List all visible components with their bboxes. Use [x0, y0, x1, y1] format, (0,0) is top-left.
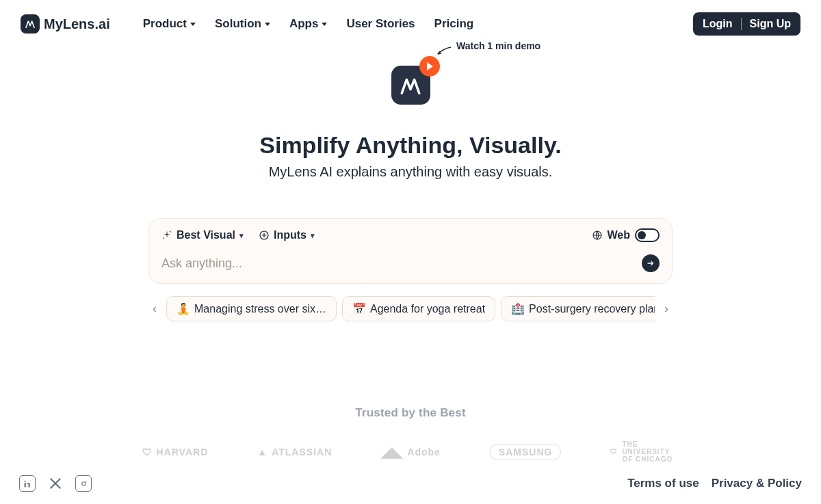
privacy-link[interactable]: Privacy & Policy — [712, 477, 802, 490]
nav-solution[interactable]: Solution — [215, 17, 270, 31]
svg-point-0 — [170, 231, 171, 233]
nav-product[interactable]: Product — [143, 17, 196, 31]
nav-solution-label: Solution — [215, 17, 261, 31]
suggestion-chip[interactable]: 📅 Agenda for yoga retreat — [342, 296, 495, 321]
chip-label: Agenda for yoga retreat — [370, 303, 485, 315]
svg-point-7 — [86, 481, 86, 481]
brand-logo-harvard: 🛡HARVARD — [142, 447, 209, 457]
nav-apps-label: Apps — [289, 17, 319, 31]
nav-product-label: Product — [143, 17, 187, 31]
auth-divider — [741, 18, 742, 30]
brand-logo-samsung: SAMSUNG — [490, 444, 562, 460]
instagram-icon[interactable] — [75, 475, 92, 492]
signup-button[interactable]: Sign Up — [750, 18, 791, 30]
footer: Terms of use Privacy & Policy — [0, 475, 821, 492]
header: MyLens.ai Product Solution Apps User Sto… — [0, 0, 821, 48]
brand-logo-chicago: 🛡THE UNIVERSITY OF CHICAGO — [610, 440, 679, 463]
chips-prev-button[interactable]: ‹ — [148, 299, 161, 319]
submit-button[interactable] — [642, 254, 660, 272]
brand-logo-adobe: ◢◣Adobe — [381, 444, 441, 460]
brand-logos: 🛡HARVARD ▲ATLASSIAN ◢◣Adobe SAMSUNG 🛡THE… — [0, 440, 821, 463]
auth-buttons: Login Sign Up — [693, 12, 800, 36]
chevron-down-icon: ▾ — [311, 231, 315, 240]
nav-pricing[interactable]: Pricing — [434, 17, 474, 31]
globe-icon — [592, 230, 603, 241]
nav-apps[interactable]: Apps — [289, 17, 328, 31]
best-visual-label: Best Visual — [177, 229, 235, 241]
page-subhead: MyLens AI explains anything with easy vi… — [269, 164, 553, 180]
chip-emoji: 🏥 — [511, 302, 525, 315]
watch-demo-label: Watch 1 min demo — [456, 40, 540, 51]
svg-point-1 — [163, 237, 164, 239]
web-label: Web — [608, 229, 630, 241]
suggestion-row: ‹ 🧘 Managing stress over six… 📅 Agenda f… — [148, 296, 673, 321]
web-toggle-group: Web — [592, 228, 660, 242]
x-twitter-icon[interactable] — [48, 476, 63, 491]
web-toggle[interactable] — [635, 228, 660, 242]
svg-rect-4 — [24, 482, 25, 487]
search-row — [161, 254, 660, 272]
main-nav: Product Solution Apps User Stories Prici… — [143, 17, 474, 31]
search-controls: Best Visual ▾ Inputs ▾ Web — [161, 228, 660, 242]
chevron-down-icon — [265, 23, 270, 26]
linkedin-icon[interactable] — [19, 475, 36, 492]
nav-user-stories[interactable]: User Stories — [346, 17, 415, 31]
chip-label: Managing stress over six… — [194, 303, 326, 315]
best-visual-dropdown[interactable]: Best Visual ▾ — [161, 229, 244, 241]
chip-label: Post-surgery recovery plan — [529, 303, 655, 315]
suggestion-chip[interactable]: 🏥 Post-surgery recovery plan — [501, 296, 655, 321]
chip-emoji: 📅 — [352, 302, 366, 315]
trusted-heading: Trusted by the Best — [0, 406, 821, 420]
search-box: Best Visual ▾ Inputs ▾ Web — [148, 218, 673, 284]
footer-links: Terms of use Privacy & Policy — [627, 477, 802, 490]
chevron-down-icon: ▾ — [239, 231, 244, 240]
arrow-icon — [436, 46, 452, 55]
nav-pricing-label: Pricing — [434, 17, 474, 31]
hero-logo-wrap — [391, 66, 430, 105]
hero: Watch 1 min demo Simplify Anything, Visu… — [0, 53, 821, 180]
play-demo-button[interactable] — [419, 56, 440, 77]
search-input[interactable] — [161, 256, 634, 271]
logo-mark-icon — [21, 14, 40, 34]
login-button[interactable]: Login — [703, 18, 733, 30]
chips-next-button[interactable]: › — [660, 299, 673, 319]
brand-name: MyLens.ai — [44, 16, 110, 32]
inputs-label: Inputs — [274, 229, 307, 241]
suggestion-chips: 🧘 Managing stress over six… 📅 Agenda for… — [166, 296, 655, 321]
chevron-down-icon — [322, 23, 327, 26]
page-headline: Simplify Anything, Visually. — [259, 132, 561, 159]
plus-circle-icon — [259, 230, 270, 241]
terms-link[interactable]: Terms of use — [627, 477, 699, 490]
suggestion-chip[interactable]: 🧘 Managing stress over six… — [166, 296, 337, 321]
sparkle-icon — [161, 230, 172, 241]
svg-point-5 — [24, 480, 25, 481]
chevron-down-icon — [190, 23, 196, 26]
brand-logo-atlassian: ▲ATLASSIAN — [257, 447, 332, 457]
nav-user-stories-label: User Stories — [346, 17, 415, 31]
svg-point-6 — [81, 481, 85, 485]
brand-logo[interactable]: MyLens.ai — [21, 14, 110, 34]
arrow-right-icon — [646, 258, 655, 268]
chip-emoji: 🧘 — [177, 302, 190, 315]
inputs-dropdown[interactable]: Inputs ▾ — [259, 229, 315, 241]
